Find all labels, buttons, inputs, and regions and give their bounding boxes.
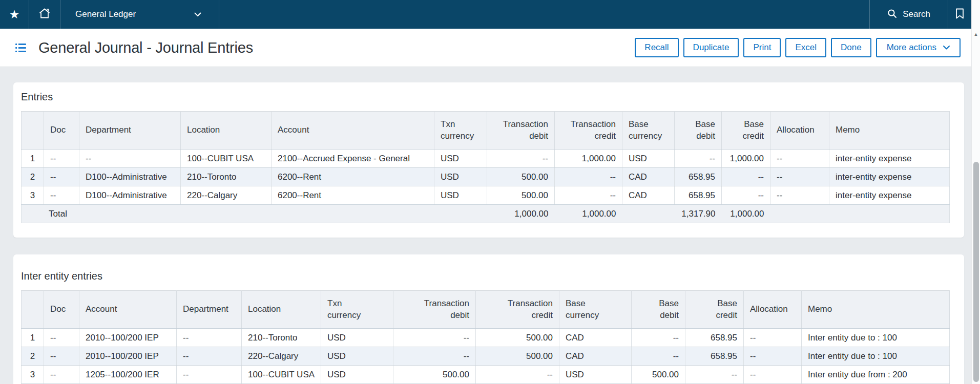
nav-spacer (219, 0, 869, 29)
cell: 220--Calgary (242, 347, 321, 366)
cell: -- (770, 150, 829, 168)
header-row: DocDepartmentLocationAccountTxn currency… (22, 112, 950, 150)
home-icon (38, 8, 51, 21)
cell: D100--Administrative (79, 168, 181, 186)
cell: -- (44, 168, 79, 186)
cell: 500.00 (632, 366, 685, 384)
bookmark-button[interactable] (948, 0, 971, 29)
column-header: Location (181, 112, 272, 150)
table-row: 1--2010--100/200 IEP--210--TorontoUSD--5… (22, 329, 950, 347)
journal-list-icon[interactable] (15, 44, 26, 52)
cell: 500.00 (476, 347, 559, 366)
cell: USD (321, 366, 393, 384)
cell: Inter entity due to : 100 (802, 347, 950, 366)
cell: 210--Toronto (242, 329, 321, 347)
cell: USD (434, 186, 487, 205)
app-menu-dropdown[interactable]: General Ledger (60, 0, 219, 29)
cell: -- (487, 150, 555, 168)
cell: 500.00 (393, 366, 476, 384)
row-number: 1 (22, 329, 44, 347)
cell: -- (393, 347, 476, 366)
cell: USD (622, 150, 675, 168)
column-header: Base debit (632, 291, 685, 329)
column-header: Memo (802, 291, 950, 329)
more-actions-button[interactable]: More actions (876, 38, 961, 57)
cell: CAD (622, 168, 675, 186)
top-nav: ★ General Ledger Search (0, 0, 971, 29)
inter-entity-heading: Inter entity entries (13, 254, 964, 290)
cell: 1205--100/200 IER (79, 366, 177, 384)
home-button[interactable] (29, 0, 60, 29)
column-header: Txn currency (434, 112, 487, 150)
star-icon: ★ (9, 9, 20, 20)
row-number: 1 (22, 150, 44, 168)
row-number: 3 (22, 366, 44, 384)
cell: 658.95 (675, 186, 722, 205)
cell: -- (44, 186, 79, 205)
done-button[interactable]: Done (831, 38, 871, 57)
column-header: Account (272, 112, 434, 150)
column-header: Base credit (722, 112, 770, 150)
cell: -- (177, 366, 242, 384)
column-header: Base currency (559, 291, 632, 329)
column-header: Doc (44, 112, 79, 150)
cell: USD (321, 329, 393, 347)
cell: 220--Calgary (181, 186, 272, 205)
cell: -- (744, 366, 802, 384)
header-row: DocAccountDepartmentLocationTxn currency… (22, 291, 950, 329)
column-header: Memo (829, 112, 950, 150)
cell: USD (434, 168, 487, 186)
column-header: Transaction credit (555, 112, 622, 150)
column-header: Account (79, 291, 177, 329)
cell: 2100--Accrued Expense - General (272, 150, 434, 168)
duplicate-button[interactable]: Duplicate (683, 38, 739, 57)
cell: -- (675, 150, 722, 168)
search-button[interactable]: Search (869, 0, 948, 29)
table-row: 2--D100--Administrative210--Toronto6200-… (22, 168, 950, 186)
cell: 100--CUBIT USA (181, 150, 272, 168)
inter-entity-card: Inter entity entries DocAccountDepartmen… (13, 254, 964, 384)
column-header: Base credit (685, 291, 744, 329)
cell: -- (722, 186, 770, 205)
cell: 100--CUBIT USA (242, 366, 321, 384)
cell: CAD (622, 186, 675, 205)
column-header: Transaction debit (487, 112, 555, 150)
cell: 500.00 (487, 168, 555, 186)
cell: USD (321, 347, 393, 366)
table-row: 3--1205--100/200 IER--100--CUBIT USAUSD5… (22, 366, 950, 384)
cell: Inter entity due to : 100 (802, 329, 950, 347)
cell: D100--Administrative (79, 186, 181, 205)
cell: 2010--100/200 IEP (79, 347, 177, 366)
cell: -- (685, 366, 744, 384)
cell: -- (44, 347, 79, 366)
cell: -- (555, 186, 622, 205)
cell: CAD (559, 329, 632, 347)
cell: -- (44, 366, 79, 384)
favorites-button[interactable]: ★ (0, 0, 29, 29)
cell: 6200--Rent (272, 186, 434, 205)
page-scrollbar[interactable]: ▲ (971, 0, 980, 384)
excel-button[interactable]: Excel (785, 38, 826, 57)
cell: inter-entity expense (829, 150, 950, 168)
cell: -- (44, 329, 79, 347)
total-row: Total1,000.001,000.001,317.901,000.00 (22, 205, 950, 223)
row-number: 2 (22, 347, 44, 366)
total-base_credit: 1,000.00 (722, 205, 770, 223)
cell: -- (722, 168, 770, 186)
cell: -- (177, 329, 242, 347)
column-header: Txn currency (321, 291, 393, 329)
toolbar: General Journal - Journal Entries Recall… (0, 29, 971, 67)
row-number: 3 (22, 186, 44, 205)
column-header: Doc (44, 291, 79, 329)
total-base_debit: 1,317.90 (675, 205, 722, 223)
row-number: 2 (22, 168, 44, 186)
cell: 658.95 (685, 347, 744, 366)
column-header: Base currency (622, 112, 675, 150)
total-transaction_credit: 1,000.00 (555, 205, 622, 223)
scrollbar-up-arrow[interactable]: ▲ (972, 30, 980, 39)
scrollbar-thumb[interactable] (973, 162, 979, 382)
print-button[interactable]: Print (743, 38, 781, 57)
table-row: 1----100--CUBIT USA2100--Accrued Expense… (22, 150, 950, 168)
recall-button[interactable]: Recall (635, 38, 678, 57)
action-buttons: RecallDuplicatePrintExcelDoneMore action… (635, 38, 961, 57)
